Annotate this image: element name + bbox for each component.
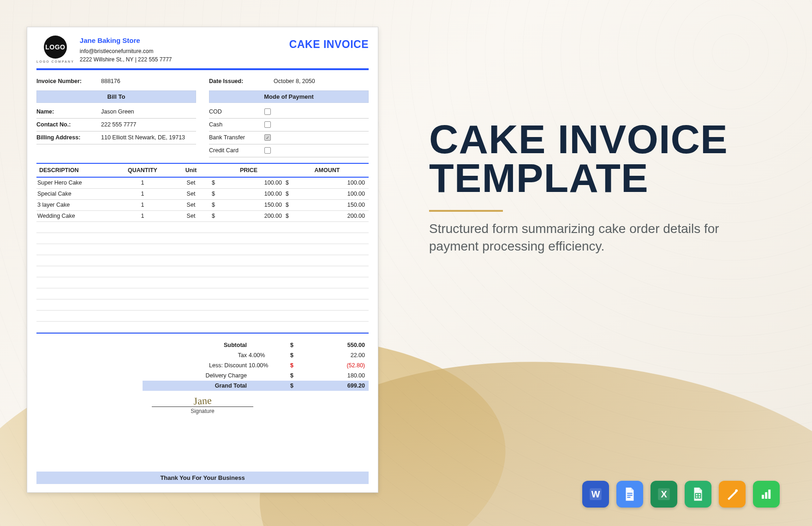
tax-currency: $ xyxy=(290,352,304,359)
table-row: 3 layer Cake1Set$150.00$150.00 xyxy=(36,200,369,211)
payment-method-label: Cash xyxy=(209,121,264,128)
apple-numbers-icon[interactable] xyxy=(753,481,780,508)
cell-description: Special Cake xyxy=(36,191,115,197)
cell-qty: 1 xyxy=(115,179,170,186)
format-badges: W X xyxy=(582,481,780,508)
table-empty-row xyxy=(36,255,369,266)
cell-unit: Set xyxy=(170,191,212,197)
signature-block: Jane Signature xyxy=(36,406,369,414)
invoice-number-value: 888176 xyxy=(101,78,196,84)
date-label: Date Issued: xyxy=(209,78,274,84)
google-sheets-icon[interactable] xyxy=(685,481,711,508)
cell-price-currency: $ xyxy=(212,191,221,197)
grand-total-value: 699.20 xyxy=(304,383,369,389)
invoice-number-label: Invoice Number: xyxy=(36,78,101,84)
table-empty-row xyxy=(36,266,369,277)
signature-label: Signature xyxy=(36,408,369,414)
tax-value: 22.00 xyxy=(304,352,369,359)
svg-rect-3 xyxy=(627,495,632,496)
delivery-value: 180.00 xyxy=(304,372,369,379)
svg-text:W: W xyxy=(591,489,600,499)
col-unit: Unit xyxy=(170,164,212,177)
payment-method-row: Cash xyxy=(209,119,369,132)
logo-icon: LOGO xyxy=(44,36,67,59)
svg-rect-4 xyxy=(627,497,630,498)
invoice-document: LOGO LOGO COMPANY Jane Baking Store info… xyxy=(27,27,378,493)
table-empty-row xyxy=(36,222,369,233)
document-title: CAKE INVOICE xyxy=(289,38,369,51)
cell-amount: 100.00 xyxy=(295,179,369,186)
cell-amount: 150.00 xyxy=(295,202,369,208)
svg-point-10 xyxy=(735,489,738,492)
col-description: DESCRIPTION xyxy=(36,164,115,177)
payment-heading: Mode of Payment xyxy=(209,90,369,103)
cell-amount-currency: $ xyxy=(286,202,295,208)
brand-block: LOGO LOGO COMPANY Jane Baking Store info… xyxy=(36,36,172,64)
word-icon[interactable]: W xyxy=(582,481,609,508)
cell-price: 200.00 xyxy=(221,213,286,219)
bill-to-heading: Bill To xyxy=(36,90,196,103)
table-empty-row xyxy=(36,299,369,311)
subtotal-value: 550.00 xyxy=(304,342,369,348)
google-docs-icon[interactable] xyxy=(616,481,643,508)
hero-title-line1: CAKE INVOICE xyxy=(429,120,775,159)
cell-price-currency: $ xyxy=(212,179,221,186)
billto-name-value: Jason Green xyxy=(101,108,196,115)
cell-unit: Set xyxy=(170,213,212,219)
payment-method-row: COD xyxy=(209,106,369,119)
svg-rect-12 xyxy=(765,492,767,499)
payment-checkbox[interactable] xyxy=(264,147,271,154)
svg-rect-13 xyxy=(768,490,770,499)
cell-description: 3 layer Cake xyxy=(36,202,115,208)
payment-checkbox[interactable] xyxy=(264,121,271,128)
subtotal-label: Subtotal xyxy=(143,342,249,348)
billto-address-value: 110 Elliott St Newark, DE, 19713 xyxy=(101,134,196,141)
discount-label: Less: Discount xyxy=(143,362,249,369)
apple-pages-icon[interactable] xyxy=(719,481,746,508)
table-row: Special Cake1Set$100.00$100.00 xyxy=(36,189,369,200)
payment-method-row: Bank Transfer xyxy=(209,132,369,144)
payment-method-label: Bank Transfer xyxy=(209,134,264,141)
col-price: PRICE xyxy=(212,164,286,177)
cell-amount-currency: $ xyxy=(286,179,295,186)
payment-checkbox[interactable] xyxy=(264,108,271,115)
cell-qty: 1 xyxy=(115,202,170,208)
grand-total-label: Grand Total xyxy=(143,383,249,389)
payment-method-label: COD xyxy=(209,108,264,115)
cell-price: 150.00 xyxy=(221,202,286,208)
company-email: info@bristleconefurniture.com xyxy=(80,47,172,55)
table-end-rule xyxy=(36,333,369,334)
svg-text:X: X xyxy=(661,489,667,499)
hero-accent-line xyxy=(429,210,503,212)
logo-subtext: LOGO COMPANY xyxy=(36,60,74,63)
delivery-label: Delivery Charge xyxy=(143,372,249,379)
cell-price-currency: $ xyxy=(212,213,221,219)
col-amount: AMOUNT xyxy=(286,164,369,177)
items-table-header: DESCRIPTION QUANTITY Unit PRICE AMOUNT xyxy=(36,163,369,178)
cell-price: 100.00 xyxy=(221,179,286,186)
cell-amount-currency: $ xyxy=(286,191,295,197)
billto-address-label: Billing Address: xyxy=(36,134,101,141)
cell-qty: 1 xyxy=(115,213,170,219)
subtotal-currency: $ xyxy=(290,342,304,348)
payment-checkbox[interactable] xyxy=(264,134,271,141)
cell-price-currency: $ xyxy=(212,202,221,208)
svg-rect-2 xyxy=(627,493,632,494)
excel-icon[interactable]: X xyxy=(651,481,677,508)
svg-rect-11 xyxy=(762,495,764,499)
billto-name-label: Name: xyxy=(36,108,101,115)
table-empty-row xyxy=(36,322,369,333)
hero-title-line2: TEMPLATE xyxy=(429,159,775,197)
discount-value: (52.80) xyxy=(304,362,369,369)
hero-subtitle: Structured form summarizing cake order d… xyxy=(429,220,724,255)
table-empty-row xyxy=(36,233,369,244)
cell-amount-currency: $ xyxy=(286,213,295,219)
payment-method-row: Credit Card xyxy=(209,144,369,157)
cell-amount: 100.00 xyxy=(295,191,369,197)
delivery-currency: $ xyxy=(290,372,304,379)
discount-pct: 10.00% xyxy=(249,362,290,369)
thank-you-banner: Thank You For Your Business xyxy=(36,472,369,484)
table-empty-row xyxy=(36,311,369,322)
col-quantity: QUANTITY xyxy=(115,164,170,177)
table-empty-row xyxy=(36,244,369,255)
